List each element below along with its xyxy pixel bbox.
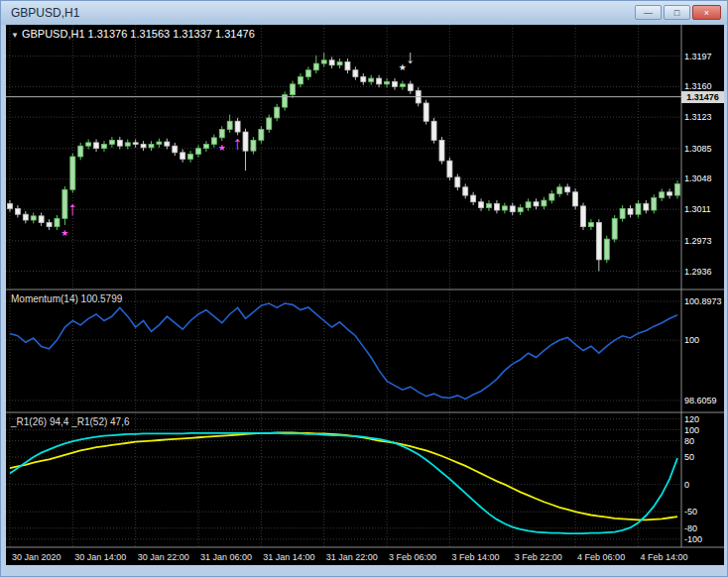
bear-candle: [47, 223, 52, 227]
bull-candle: [157, 142, 162, 144]
bull-candle: [526, 202, 531, 208]
bull-candle: [337, 61, 342, 64]
bear-candle: [173, 146, 178, 153]
window-title: GBPUSD,H1: [1, 6, 79, 20]
title-bar[interactable]: GBPUSD,H1 — □ ×: [1, 1, 727, 25]
bear-candle: [117, 140, 122, 146]
bull-candle: [636, 203, 641, 214]
bear-candle: [133, 143, 138, 145]
bear-candle: [424, 103, 428, 121]
bear-candle: [329, 60, 334, 65]
up-arrow-icon: ↑: [233, 133, 243, 154]
bear-candle: [39, 216, 44, 223]
bull-candle: [70, 157, 75, 189]
down-arrow-icon: ↓: [406, 47, 416, 67]
bull-candle: [385, 81, 390, 83]
bear-candle: [581, 206, 586, 227]
bull-candle: [109, 140, 114, 144]
bull-candle: [557, 187, 562, 194]
price-axis[interactable]: [681, 25, 724, 547]
bear-candle: [235, 121, 240, 132]
r1-indicator-label: _R1(26) 94,4 _R1(52) 47,6: [11, 416, 130, 427]
bear-candle: [361, 76, 366, 81]
bull-candle: [55, 218, 60, 226]
bear-candle: [165, 142, 170, 146]
bear-candle: [455, 177, 460, 187]
bull-candle: [251, 140, 256, 151]
bear-candle: [644, 203, 649, 210]
bull-candle: [227, 121, 232, 129]
bull-candle: [549, 193, 554, 200]
bull-candle: [275, 107, 280, 118]
bull-candle: [291, 84, 296, 95]
bear-candle: [463, 187, 468, 195]
star-icon: ★: [218, 143, 226, 153]
bull-candle: [542, 200, 546, 206]
window-controls: — □ ×: [635, 5, 721, 20]
bull-candle: [31, 216, 36, 220]
bear-candle: [573, 192, 578, 206]
bull-candle: [675, 183, 680, 195]
bear-candle: [534, 202, 539, 206]
maximize-button[interactable]: □: [664, 5, 690, 20]
bull-candle: [652, 198, 657, 210]
bull-candle: [620, 208, 625, 218]
bear-candle: [243, 132, 248, 151]
bull-candle: [369, 78, 374, 81]
bull-candle: [211, 138, 216, 145]
bull-candle: [62, 189, 67, 218]
bear-candle: [94, 143, 99, 149]
bull-candle: [612, 218, 617, 239]
bull-candle: [125, 143, 130, 146]
bull-candle: [588, 223, 593, 227]
bear-candle: [353, 70, 358, 77]
bull-candle: [305, 70, 310, 77]
momentum-indicator-label: Momentum(14) 100.5799: [11, 293, 122, 304]
bear-candle: [479, 202, 484, 208]
bear-candle: [181, 153, 185, 160]
bear-candle: [377, 78, 382, 84]
bear-candle: [447, 161, 452, 177]
minimize-button[interactable]: —: [635, 5, 662, 20]
bear-candle: [431, 121, 436, 140]
bull-candle: [219, 130, 224, 138]
terminal-window: GBPUSD,H1 — □ × ★↑★↑★↓1.31971.31601.3123…: [0, 0, 728, 577]
bear-candle: [141, 145, 146, 148]
bull-candle: [486, 203, 491, 207]
bull-candle: [518, 208, 523, 212]
bull-candle: [203, 145, 208, 149]
time-axis[interactable]: [6, 548, 724, 565]
bull-candle: [604, 239, 609, 260]
bear-candle: [471, 195, 476, 202]
bear-candle: [23, 214, 28, 220]
star-icon: ★: [61, 228, 68, 238]
bear-candle: [439, 140, 444, 161]
chart-symbol-ohlc-label: ▼GBPUSD,H1 1.31376 1.31563 1.31337 1.314…: [11, 28, 255, 40]
bear-candle: [392, 81, 397, 86]
bear-candle: [15, 208, 20, 214]
bull-candle: [267, 118, 272, 130]
bear-candle: [408, 84, 413, 91]
bear-candle: [7, 203, 12, 208]
ohlc-text: GBPUSD,H1 1.31376 1.31563 1.31337 1.3147…: [22, 28, 255, 40]
bear-candle: [345, 61, 350, 69]
bull-candle: [298, 76, 303, 83]
bull-candle: [86, 143, 91, 146]
bull-candle: [313, 63, 318, 70]
close-button[interactable]: ×: [692, 5, 721, 20]
chart-client-area: ★↑★↑★↓1.31971.31601.31231.30851.30481.30…: [6, 25, 724, 565]
bear-candle: [596, 223, 601, 260]
bull-candle: [400, 84, 405, 86]
bear-candle: [667, 192, 672, 195]
chevron-down-icon[interactable]: ▼: [11, 31, 19, 40]
bull-candle: [149, 145, 154, 148]
bull-candle: [196, 149, 201, 155]
bull-candle: [321, 60, 326, 63]
bull-candle: [188, 155, 193, 160]
bull-candle: [101, 145, 106, 149]
bull-candle: [259, 130, 264, 141]
bull-candle: [502, 206, 507, 210]
bear-candle: [510, 206, 515, 212]
up-arrow-icon: ↑: [68, 198, 78, 219]
bear-candle: [565, 187, 570, 192]
